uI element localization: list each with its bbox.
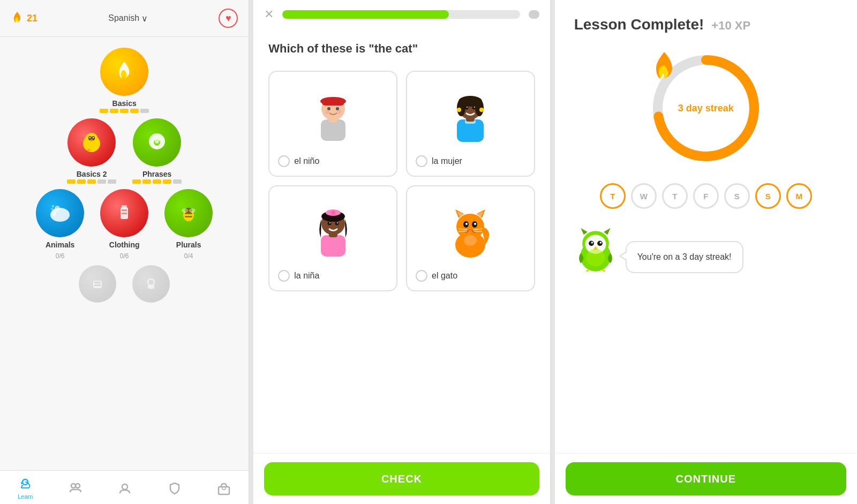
svg-point-51 [465, 106, 469, 110]
svg-point-42 [325, 110, 329, 114]
bottom-nav: Learn [0, 470, 249, 504]
radio-mujer[interactable] [416, 155, 427, 167]
skill-icon-locked2 [142, 275, 160, 292]
svg-point-43 [337, 110, 341, 114]
quiz-header: ✕ [253, 0, 550, 29]
svg-rect-18 [122, 213, 127, 214]
svg-point-56 [479, 108, 484, 112]
streak-badge: 21 [11, 11, 37, 26]
course-map: Basics [0, 37, 249, 470]
flame-icon [11, 11, 24, 26]
svg-marker-87 [581, 228, 587, 235]
card-bottom-nina: la niña [278, 270, 388, 282]
skill-icon-animals [47, 200, 73, 227]
skill-row-2: Basics 2 [67, 118, 182, 184]
continue-button[interactable]: CONTINUE [566, 462, 846, 495]
skill-sublabel-clothing: 0/6 [120, 252, 129, 260]
svg-point-52 [472, 106, 476, 110]
svg-point-40 [327, 107, 330, 110]
radio-nina[interactable] [278, 270, 290, 282]
svg-point-50 [475, 99, 484, 116]
answer-label-gato: el gato [432, 271, 457, 281]
results-body: Lesson Complete! +10 XP 3 day s [555, 0, 857, 453]
svg-rect-33 [219, 487, 229, 494]
skill-label-clothing: Clothing [109, 240, 140, 249]
svg-point-63 [327, 222, 331, 225]
skill-progress-phrases [132, 179, 182, 184]
svg-point-75 [465, 223, 468, 225]
skill-plurals[interactable]: Plurals 0/4 [164, 189, 213, 260]
skill-locked-1 [79, 265, 116, 303]
social-icon [69, 480, 82, 494]
panel-course-map: 21 Spanish ∨ ♥ Basics [0, 0, 249, 504]
results-title-row: Lesson Complete! +10 XP [574, 16, 838, 33]
skill-circle-phrases [133, 118, 181, 167]
nav-social[interactable] [69, 480, 82, 497]
svg-point-23 [182, 208, 188, 213]
svg-point-9 [155, 139, 159, 144]
nav-learn[interactable]: Learn [18, 477, 33, 500]
nav-shield[interactable] [168, 482, 182, 495]
skill-label-basics2: Basics 2 [77, 170, 107, 178]
streak-count: 21 [27, 13, 37, 24]
learn-icon [18, 477, 32, 491]
profile-icon [118, 482, 132, 495]
streak-circle-container: 3 day streak [574, 49, 838, 167]
svg-point-76 [474, 223, 476, 225]
svg-point-94 [591, 242, 593, 244]
skill-icon-locked1 [89, 275, 106, 292]
skill-clothing[interactable]: Clothing 0/6 [100, 189, 148, 260]
day-circle-t2: T [662, 183, 688, 209]
skill-locked-2 [132, 265, 170, 303]
nav-learn-label: Learn [18, 493, 33, 500]
card-bottom-mujer: la mujer [416, 155, 525, 167]
skill-phrases[interactable]: Phrases [132, 118, 182, 184]
nav-shop[interactable] [217, 482, 231, 495]
panel-quiz: ✕ Which of these is "the cat" [253, 0, 550, 504]
skill-circle-locked1 [79, 265, 116, 303]
skill-icon-phrases [145, 131, 169, 154]
day-circle-s1: S [724, 183, 750, 209]
language-selector[interactable]: Spanish ∨ [108, 13, 148, 24]
skill-icon-plurals [176, 201, 201, 225]
radio-nino[interactable] [278, 155, 290, 167]
skill-basics2[interactable]: Basics 2 [67, 118, 116, 184]
day-row: T W T F S S M [574, 183, 838, 209]
svg-point-14 [51, 208, 53, 210]
answer-card-gato[interactable]: el gato [406, 185, 535, 291]
skill-circle-clothing [100, 189, 148, 237]
svg-point-41 [336, 107, 339, 110]
check-button[interactable]: CHECK [264, 462, 539, 495]
svg-point-5 [93, 137, 94, 139]
answer-grid: el niño [268, 71, 535, 291]
answer-card-mujer[interactable]: la mujer [406, 71, 535, 177]
close-button[interactable]: ✕ [264, 9, 274, 20]
progress-track [282, 10, 520, 19]
results-title: Lesson Complete! [574, 16, 704, 33]
svg-rect-57 [321, 235, 345, 257]
svg-rect-7 [87, 149, 91, 151]
skill-animals[interactable]: Animals 0/6 [36, 189, 84, 260]
answer-card-nino[interactable]: el niño [268, 71, 397, 177]
skill-label-animals: Animals [46, 240, 74, 249]
svg-marker-88 [604, 228, 610, 235]
nav-profile[interactable] [118, 482, 132, 495]
svg-point-82 [464, 235, 477, 246]
skill-basics[interactable]: Basics [100, 48, 149, 113]
svg-point-13 [52, 205, 54, 207]
progress-fill [282, 10, 448, 19]
language-label: Spanish [108, 13, 139, 23]
day-circle-t1: T [600, 183, 626, 209]
svg-point-92 [589, 240, 594, 246]
svg-point-55 [457, 108, 461, 112]
card-image-gato [443, 195, 497, 265]
radio-gato[interactable] [416, 270, 427, 282]
skill-progress-basics [100, 109, 149, 113]
streak-ring-inner: 3 day streak [647, 49, 765, 167]
skill-icon-basics2 [79, 130, 104, 155]
svg-rect-16 [122, 205, 127, 208]
svg-point-24 [189, 208, 196, 213]
svg-point-64 [335, 222, 339, 225]
svg-rect-21 [185, 216, 192, 217]
answer-card-nina[interactable]: la niña [268, 185, 397, 291]
